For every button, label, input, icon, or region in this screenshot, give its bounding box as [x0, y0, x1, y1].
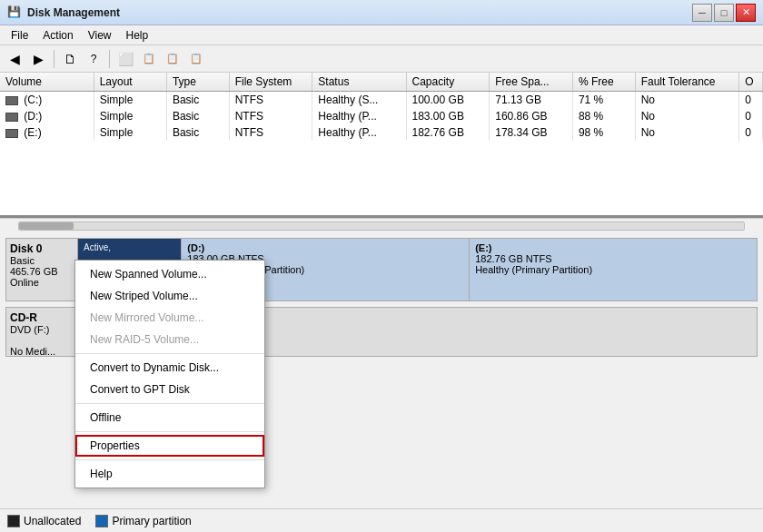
disk0-partition-e[interactable]: (E:) 182.76 GB NTFS Healthy (Primary Par…	[470, 239, 757, 300]
table-scrollbar[interactable]	[0, 218, 763, 232]
cell-other: 0	[739, 92, 763, 109]
legend-primary-box	[95, 515, 108, 527]
minimize-button[interactable]: ─	[692, 4, 712, 22]
menu-help[interactable]: Help	[119, 27, 156, 44]
cell-status: Healthy (P...	[312, 108, 406, 124]
cdrom-state: No Medi...	[10, 346, 74, 357]
col-fault[interactable]: Fault Tolerance	[635, 73, 739, 92]
ctx-convert-dynamic[interactable]: Convert to Dynamic Disk...	[75, 357, 264, 379]
ctx-new-mirrored: New Mirrored Volume...	[75, 307, 264, 329]
cell-free: 178.34 GB	[490, 124, 573, 141]
legend-unallocated-label: Unallocated	[24, 515, 81, 527]
show-button[interactable]: ⬜	[114, 48, 136, 70]
window-controls: ─ □ ✕	[692, 4, 756, 22]
toolbar-separator-2	[109, 50, 110, 68]
ctx-new-spanned[interactable]: New Spanned Volume...	[75, 263, 264, 285]
cell-fs: NTFS	[229, 124, 312, 141]
ctx-convert-gpt[interactable]: Convert to GPT Disk	[75, 379, 264, 400]
menu-action[interactable]: Action	[35, 27, 80, 44]
col-layout[interactable]: Layout	[94, 73, 166, 92]
cell-layout: Simple	[94, 108, 166, 124]
cell-status: Healthy (S...	[312, 92, 406, 109]
ctx-sep-3	[75, 431, 264, 432]
cell-layout: Simple	[94, 124, 166, 141]
cell-status: Healthy (P...	[312, 124, 406, 141]
status-bar: Unallocated Primary partition	[0, 508, 763, 532]
disk-view-area: Disk 0 Basic 465.76 GB Online Active, (D…	[0, 232, 763, 508]
cell-volume: (E:)	[0, 124, 94, 141]
col-other[interactable]: O	[739, 73, 763, 92]
paste-button[interactable]: 📋	[162, 48, 183, 70]
ctx-sep-1	[75, 353, 264, 354]
maximize-button[interactable]: □	[714, 4, 734, 22]
cell-type: Basic	[166, 92, 229, 109]
col-type[interactable]: Type	[166, 73, 229, 92]
cell-other: 0	[739, 124, 763, 141]
cdrom-sub: DVD (F:)	[10, 324, 74, 335]
menu-file[interactable]: File	[4, 27, 35, 44]
legend-primary-label: Primary partition	[112, 515, 191, 527]
cell-fault: No	[635, 124, 739, 141]
disk0-type: Basic	[10, 255, 74, 266]
window-title: Disk Management	[27, 6, 692, 19]
cell-fs: NTFS	[229, 92, 312, 109]
main-content: Volume Layout Type File System Status Ca…	[0, 73, 763, 508]
table-row[interactable]: (D:) Simple Basic NTFS Healthy (P... 183…	[0, 108, 763, 124]
help-button[interactable]: ?	[83, 48, 104, 70]
cell-pct: 98 %	[572, 124, 635, 141]
disk0-name: Disk 0	[10, 242, 74, 255]
up-button[interactable]: 🗋	[59, 48, 81, 70]
cell-capacity: 182.76 GB	[406, 124, 490, 141]
cell-capacity: 100.00 GB	[406, 92, 490, 109]
cell-type: Basic	[166, 124, 229, 141]
col-status[interactable]: Status	[312, 73, 406, 92]
col-free[interactable]: Free Spa...	[490, 73, 573, 92]
volume-table: Volume Layout Type File System Status Ca…	[0, 73, 763, 141]
table-row[interactable]: (E:) Simple Basic NTFS Healthy (P... 182…	[0, 124, 763, 141]
toolbar-separator-1	[54, 50, 54, 68]
table-row[interactable]: (C:) Simple Basic NTFS Healthy (S... 100…	[0, 92, 763, 109]
ctx-help[interactable]: Help	[75, 463, 264, 485]
ctx-sep-4	[75, 459, 264, 460]
cell-pct: 88 %	[572, 108, 635, 124]
cdrom-name: CD-R	[10, 311, 74, 324]
ctx-offline[interactable]: Offline	[75, 407, 264, 429]
disk0-size: 465.76 GB	[10, 266, 74, 277]
copy-button[interactable]: 📋	[138, 48, 160, 70]
cell-capacity: 183.00 GB	[406, 108, 490, 124]
disk0-label: Disk 0 Basic 465.76 GB Online	[5, 238, 78, 301]
cell-free: 160.86 GB	[490, 108, 573, 124]
ctx-new-striped[interactable]: New Striped Volume...	[75, 285, 264, 307]
cdrom-label: CD-R DVD (F:) No Medi...	[5, 307, 78, 357]
col-fs[interactable]: File System	[229, 73, 312, 92]
volume-table-area: Volume Layout Type File System Status Ca…	[0, 73, 763, 218]
legend-unallocated: Unallocated	[7, 515, 81, 527]
cell-other: 0	[739, 108, 763, 124]
cell-volume: (D:)	[0, 108, 94, 124]
menu-bar: File Action View Help	[0, 25, 763, 45]
col-volume[interactable]: Volume	[0, 73, 94, 92]
close-button[interactable]: ✕	[736, 4, 756, 22]
cell-volume: (C:)	[0, 92, 94, 109]
cell-pct: 71 %	[572, 92, 635, 109]
properties-button[interactable]: 📋	[185, 48, 207, 70]
ctx-new-raid5: New RAID-5 Volume...	[75, 329, 264, 350]
legend-primary: Primary partition	[95, 515, 191, 527]
title-bar: 💾 Disk Management ─ □ ✕	[0, 0, 763, 25]
forward-button[interactable]: ▶	[27, 48, 49, 70]
context-menu: New Spanned Volume... New Striped Volume…	[74, 260, 265, 488]
col-pct[interactable]: % Free	[572, 73, 635, 92]
cell-free: 71.13 GB	[490, 92, 573, 109]
cell-type: Basic	[166, 108, 229, 124]
cell-fault: No	[635, 92, 739, 109]
legend-unallocated-box	[7, 515, 20, 527]
cell-fs: NTFS	[229, 108, 312, 124]
ctx-properties[interactable]: Properties	[75, 435, 264, 457]
menu-view[interactable]: View	[81, 27, 119, 44]
col-capacity[interactable]: Capacity	[406, 73, 490, 92]
cell-layout: Simple	[94, 92, 166, 109]
back-button[interactable]: ◀	[4, 48, 25, 70]
ctx-sep-2	[75, 403, 264, 404]
cell-fault: No	[635, 108, 739, 124]
toolbar: ◀ ▶ 🗋 ? ⬜ 📋 📋 📋	[0, 45, 763, 73]
